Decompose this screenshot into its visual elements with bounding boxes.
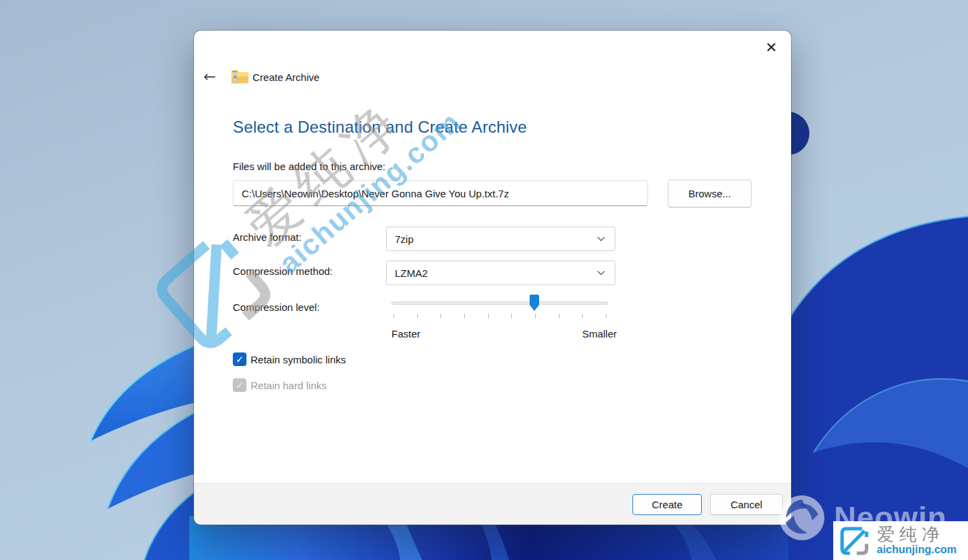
- slider-ticks: [393, 314, 606, 319]
- chevron-down-icon: [597, 270, 605, 276]
- checkbox-disabled-icon: ✓: [233, 378, 246, 392]
- slider-track[interactable]: [391, 301, 608, 305]
- compression-level-thumb[interactable]: [528, 293, 541, 312]
- retain-symbolic-links-checkbox[interactable]: ✓ Retain symbolic links: [233, 352, 346, 366]
- cancel-button[interactable]: Cancel: [710, 494, 783, 515]
- checkbox-checked-icon[interactable]: ✓: [233, 352, 246, 366]
- aichunjing-logo-icon: [839, 525, 870, 557]
- archive-path-label: Files will be added to this archive:: [233, 161, 385, 172]
- page-heading: Select a Destination and Create Archive: [233, 118, 527, 137]
- chevron-down-icon: [597, 236, 605, 242]
- archive-format-label: Archive format:: [233, 231, 302, 243]
- compression-method-dropdown[interactable]: LZMA2: [386, 261, 615, 285]
- slider-min-label: Faster: [391, 328, 421, 340]
- zip-folder-icon: [231, 69, 249, 84]
- compression-method-label: Compression method:: [233, 265, 333, 277]
- close-icon[interactable]: ✕: [758, 36, 784, 59]
- compression-method-value: LZMA2: [395, 267, 427, 279]
- create-button[interactable]: Create: [632, 494, 702, 515]
- checkbox-label: Retain hard links: [251, 380, 327, 391]
- slider-max-label: Smaller: [576, 328, 617, 340]
- compression-level-slider: [391, 292, 608, 323]
- archive-format-value: 7zip: [395, 233, 414, 245]
- browse-button[interactable]: Browse...: [668, 180, 752, 208]
- create-archive-dialog: ✕ ← Create Archive Select a Destination …: [194, 31, 791, 525]
- brand-site-text: aichunjing.com: [877, 544, 956, 556]
- brand-cn-text: 爱纯净: [877, 525, 956, 544]
- back-arrow-icon[interactable]: ←: [198, 66, 221, 86]
- checkbox-label[interactable]: Retain symbolic links: [251, 354, 346, 365]
- archive-format-dropdown[interactable]: 7zip: [386, 227, 615, 251]
- dialog-footer: Create Cancel: [194, 483, 791, 525]
- archive-path-input[interactable]: [233, 180, 648, 206]
- retain-hard-links-checkbox: ✓ Retain hard links: [233, 378, 327, 392]
- dialog-title: Create Archive: [253, 71, 319, 83]
- aichunjing-brand-box: 爱纯净 aichunjing.com: [833, 521, 968, 560]
- compression-level-label: Compression level:: [233, 301, 320, 313]
